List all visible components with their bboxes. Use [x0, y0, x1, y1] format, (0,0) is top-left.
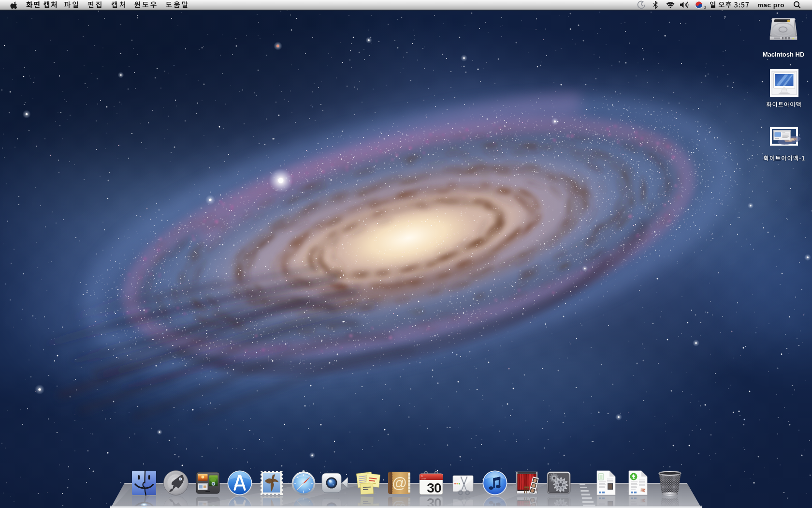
- svg-text:Macintosh HD: Macintosh HD: [763, 51, 805, 58]
- svg-text:mac pro: mac pro: [757, 1, 784, 9]
- svg-text:2: 2: [704, 6, 706, 9]
